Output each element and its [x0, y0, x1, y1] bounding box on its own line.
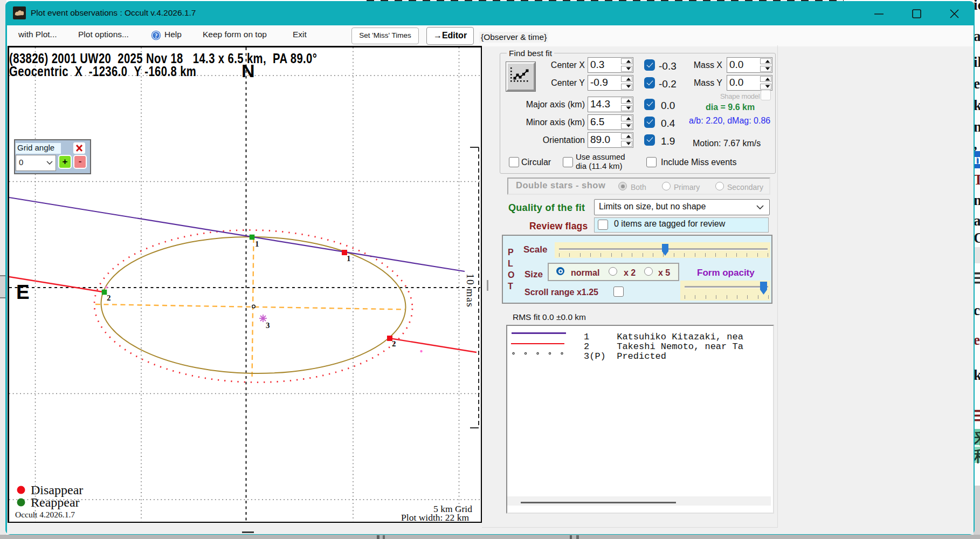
svg-text:2: 2 [392, 339, 396, 348]
svg-text:N: N [241, 60, 255, 81]
svg-text:1: 1 [255, 240, 259, 248]
svg-text:10 mas: 10 mas [465, 274, 476, 308]
svg-text:Reappear: Reappear [31, 495, 80, 509]
svg-text:Geocentric X -1236.0 Y -160: Geocentric X -1236.0 Y -160.8 km [9, 64, 196, 79]
svg-text:Plot width: 22 km: Plot width: 22 km [401, 512, 469, 523]
svg-text:Occult 4.2026.1.7: Occult 4.2026.1.7 [15, 510, 75, 519]
svg-text:?: ? [155, 32, 158, 39]
svg-text:1: 1 [347, 254, 351, 263]
svg-text:E: E [16, 281, 30, 303]
svg-text:2: 2 [107, 294, 111, 302]
svg-text:3: 3 [266, 321, 270, 330]
